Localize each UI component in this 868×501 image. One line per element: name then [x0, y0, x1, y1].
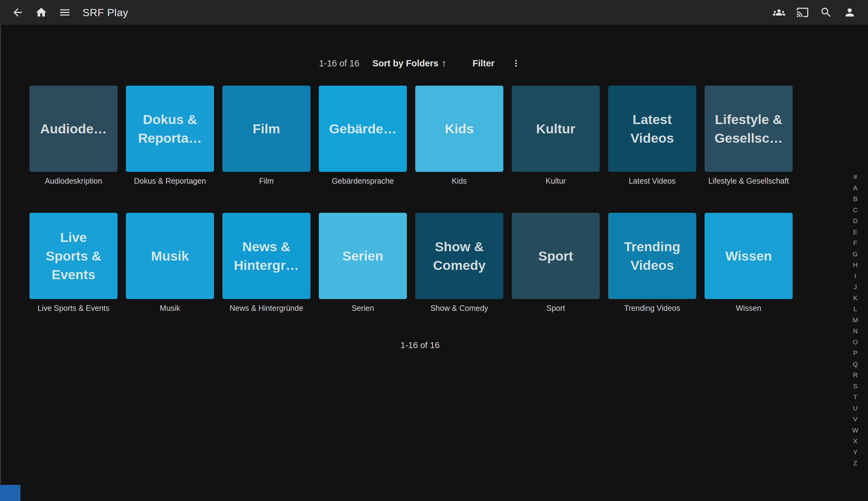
alphabet-picker: #ABCDEFGHIJKLMNOPQRSTUVWXYZ	[843, 171, 868, 469]
sort-button-label: Sort by Folders	[372, 58, 438, 68]
menu-icon[interactable]	[58, 5, 72, 20]
alpha-letter[interactable]: O	[843, 337, 868, 348]
folder-card[interactable]: WissenWissen	[705, 213, 793, 315]
alpha-letter[interactable]: M	[843, 315, 868, 326]
alpha-letter[interactable]: E	[843, 226, 868, 238]
folder-card[interactable]: Audiode…Audiodeskription	[30, 86, 118, 188]
home-icon[interactable]	[34, 5, 48, 20]
folder-tile: News &Hintergr…	[223, 213, 311, 299]
folder-tile-title-line: Reporta…	[138, 129, 202, 147]
alpha-letter[interactable]: Y	[843, 447, 868, 458]
folder-tile-title-line: Lifestyle &	[715, 110, 782, 129]
folder-tile-title-line: Sports &	[46, 247, 101, 265]
folder-tile-title-line: Dokus &	[143, 110, 197, 129]
folder-caption: News & Hintergründe	[223, 304, 311, 315]
syncplay-group-icon[interactable]	[772, 5, 786, 20]
overflow-menu-icon[interactable]	[511, 58, 521, 68]
alpha-letter[interactable]: V	[843, 414, 868, 425]
alpha-letter[interactable]: Q	[843, 359, 868, 370]
alpha-letter[interactable]: K	[843, 292, 868, 304]
folder-card[interactable]: News &Hintergr…News & Hintergründe	[223, 213, 311, 315]
folder-tile-title-line: Latest	[633, 110, 672, 129]
folder-card[interactable]: KidsKids	[415, 86, 503, 188]
folder-tile: Dokus &Reporta…	[126, 86, 214, 172]
folder-card[interactable]: LiveSports &EventsLive Sports & Events	[30, 213, 118, 315]
folder-card[interactable]: FilmFilm	[223, 86, 311, 188]
folder-tile-title-line: Trending	[624, 237, 680, 256]
folder-tile-title-line: Show &	[435, 237, 484, 256]
page-title: SRF Play	[83, 7, 128, 19]
bottom-left-overlay-fragment	[0, 485, 21, 501]
folder-tile: Film	[223, 86, 311, 172]
folder-card[interactable]: SerienSerien	[319, 213, 407, 315]
folder-caption: Audiodeskription	[30, 177, 118, 188]
user-icon[interactable]	[843, 5, 857, 20]
folder-tile-title-line: Events	[52, 265, 95, 284]
alpha-letter[interactable]: G	[843, 248, 868, 260]
folder-tile-title-line: Kultur	[536, 119, 576, 138]
folder-card[interactable]: MusikMusik	[126, 213, 214, 315]
folder-card[interactable]: KulturKultur	[512, 86, 600, 188]
alpha-letter[interactable]: I	[843, 270, 868, 282]
folder-caption: Musik	[126, 304, 214, 315]
folder-tile: Audiode…	[30, 86, 118, 172]
folder-caption: Live Sports & Events	[30, 304, 118, 315]
folder-tile-title-line: Sport	[538, 247, 573, 265]
folder-tile-title-line: Film	[253, 119, 280, 138]
alpha-letter[interactable]: Z	[843, 458, 868, 469]
folder-caption: Film	[223, 177, 311, 188]
folder-card[interactable]: Lifestyle &Gesellsc…Lifestyle & Gesellsc…	[705, 86, 793, 188]
alpha-letter[interactable]: L	[843, 303, 868, 315]
folder-tile: Kids	[415, 86, 503, 172]
folder-tile-title-line: Comedy	[433, 256, 486, 275]
folder-caption: Lifestyle & Gesellschaft	[705, 177, 793, 188]
folder-tile: Serien	[319, 213, 407, 299]
filter-button[interactable]: Filter	[473, 58, 495, 68]
alpha-letter[interactable]: R	[843, 370, 868, 381]
folder-caption: Dokus & Reportagen	[126, 177, 214, 188]
top-app-bar: SRF Play	[0, 0, 868, 25]
cast-icon[interactable]	[795, 5, 810, 20]
folder-card[interactable]: SportSport	[512, 213, 600, 315]
folder-caption: Serien	[319, 304, 407, 315]
folder-card[interactable]: Dokus &Reporta…Dokus & Reportagen	[126, 86, 214, 188]
left-scrollbar-track[interactable]	[0, 25, 1, 501]
alpha-letter[interactable]: B	[843, 193, 868, 204]
folder-tile: Sport	[512, 213, 600, 299]
folder-card[interactable]: LatestVideosLatest Videos	[608, 86, 696, 188]
folder-tile: LatestVideos	[608, 86, 696, 172]
folder-tile: Wissen	[705, 213, 793, 299]
library-content: 1-16 of 16 Sort by Folders ↑ Filter Audi…	[0, 57, 840, 350]
folder-tile-title-line: Gesellsc…	[715, 129, 783, 147]
alpha-letter[interactable]: D	[843, 215, 868, 226]
folder-card[interactable]: Gebärde…Gebärdensprache	[319, 86, 407, 188]
footer-range-label: 1-16 of 16	[0, 340, 840, 350]
alpha-letter[interactable]: J	[843, 281, 868, 292]
alpha-letter[interactable]: P	[843, 348, 868, 359]
alpha-letter[interactable]: S	[843, 381, 868, 392]
alpha-letter[interactable]: U	[843, 403, 868, 414]
folder-caption: Show & Comedy	[415, 304, 503, 315]
folder-tile-title-line: News &	[242, 237, 290, 256]
folder-card[interactable]: Show &ComedyShow & Comedy	[415, 213, 503, 315]
alpha-letter[interactable]: W	[843, 425, 868, 436]
folder-tile: LiveSports &Events	[30, 213, 118, 299]
alpha-letter[interactable]: H	[843, 259, 868, 270]
alpha-letter[interactable]: X	[843, 436, 868, 447]
alpha-letter[interactable]: F	[843, 237, 868, 248]
alpha-letter[interactable]: A	[843, 182, 868, 194]
folder-tile: Show &Comedy	[415, 213, 503, 299]
back-arrow-icon[interactable]	[11, 5, 25, 20]
folder-caption: Latest Videos	[608, 177, 696, 188]
folder-grid: Audiode…AudiodeskriptionDokus &Reporta…D…	[30, 86, 840, 315]
folder-tile-title-line: Kids	[445, 119, 474, 138]
alpha-letter[interactable]: C	[843, 204, 868, 216]
alpha-letter[interactable]: T	[843, 392, 868, 403]
alpha-letter[interactable]: N	[843, 326, 868, 337]
sort-button[interactable]: Sort by Folders ↑	[372, 58, 447, 69]
folder-card[interactable]: TrendingVideosTrending Videos	[608, 213, 696, 315]
search-icon[interactable]	[819, 5, 833, 20]
folder-tile-title-line: Wissen	[725, 247, 772, 265]
list-toolbar: 1-16 of 16 Sort by Folders ↑ Filter	[0, 57, 840, 70]
alpha-letter[interactable]: #	[843, 171, 868, 182]
